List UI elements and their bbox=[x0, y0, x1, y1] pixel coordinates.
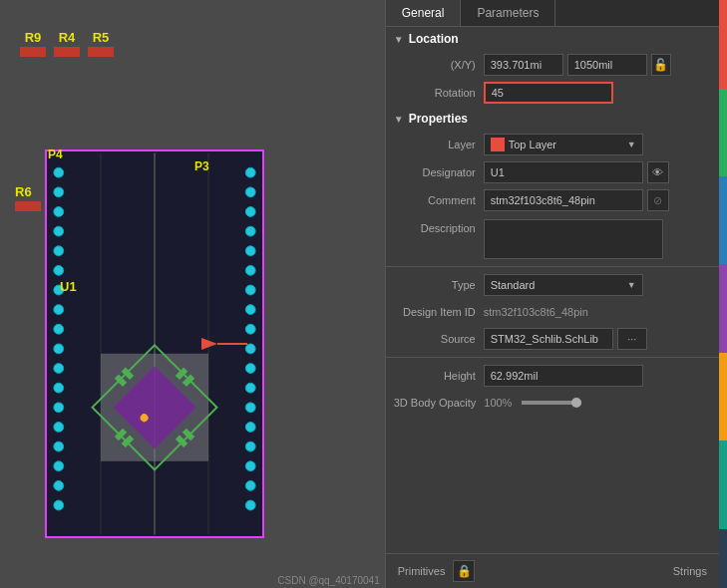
r6-rect bbox=[15, 201, 41, 211]
comment-eye-icon[interactable]: ⊘ bbox=[647, 189, 669, 211]
xy-value: 🔓 bbox=[484, 54, 711, 76]
canvas-area: R9 R4 R5 R6 bbox=[0, 0, 385, 588]
designator-eye-icon[interactable]: 👁 bbox=[647, 161, 669, 183]
r9-rect bbox=[20, 47, 46, 57]
type-dropdown-text: Standard bbox=[491, 279, 536, 291]
svg-point-10 bbox=[54, 305, 64, 315]
type-dropdown[interactable]: Standard ▼ bbox=[484, 274, 643, 296]
r4-rect bbox=[54, 47, 80, 57]
height-label: Height bbox=[394, 370, 484, 382]
tabs-bar: General Parameters bbox=[386, 0, 719, 27]
svg-point-8 bbox=[54, 265, 64, 275]
svg-point-30 bbox=[245, 344, 255, 354]
rotation-input[interactable] bbox=[484, 82, 613, 104]
layer-row: Layer Top Layer ▼ bbox=[386, 131, 719, 158]
rotation-value bbox=[484, 82, 711, 104]
divider-2 bbox=[386, 357, 719, 358]
properties-section-label: Properties bbox=[409, 112, 468, 126]
svg-point-15 bbox=[54, 403, 64, 413]
svg-point-19 bbox=[54, 480, 64, 490]
y-input[interactable] bbox=[567, 54, 647, 76]
pcb-board bbox=[45, 149, 264, 538]
description-row: Description bbox=[386, 214, 719, 262]
location-section-header[interactable]: ▼ Location bbox=[386, 27, 719, 51]
r5-rect bbox=[88, 47, 114, 57]
opacity-slider[interactable] bbox=[522, 401, 581, 405]
slider-track bbox=[522, 401, 581, 405]
comment-label: Comment bbox=[394, 194, 484, 206]
properties-panel: ▼ Location (X/Y) 🔓 Rotation bbox=[386, 27, 719, 553]
comment-row: Comment ⊘ bbox=[386, 186, 719, 214]
svg-point-23 bbox=[245, 207, 255, 217]
svg-point-4 bbox=[54, 187, 64, 197]
svg-point-5 bbox=[54, 207, 64, 217]
slider-thumb bbox=[571, 398, 581, 408]
svg-point-37 bbox=[245, 480, 255, 490]
svg-point-18 bbox=[54, 461, 64, 471]
xy-row: (X/Y) 🔓 bbox=[386, 51, 719, 79]
height-input[interactable] bbox=[484, 365, 643, 387]
type-row: Type Standard ▼ bbox=[386, 271, 719, 299]
svg-point-36 bbox=[245, 461, 255, 471]
properties-triangle: ▼ bbox=[394, 114, 404, 125]
height-value bbox=[484, 365, 711, 387]
comment-input[interactable] bbox=[484, 189, 643, 211]
xy-label: (X/Y) bbox=[394, 59, 484, 71]
bottom-lock-icon[interactable]: 🔒 bbox=[453, 560, 475, 582]
p3-label: P3 bbox=[194, 159, 209, 173]
rotation-row: Rotation bbox=[386, 79, 719, 107]
svg-point-13 bbox=[54, 364, 64, 374]
color-bar bbox=[719, 0, 727, 588]
opacity-text: 100% bbox=[484, 397, 512, 409]
watermark: CSDN @qq_40170041 bbox=[277, 575, 379, 586]
layer-dropdown[interactable]: Top Layer ▼ bbox=[484, 134, 643, 155]
design-item-id-text: stm32f103c8t6_48pin bbox=[484, 306, 588, 318]
designator-label: Designator bbox=[394, 166, 484, 178]
layer-dropdown-arrow: ▼ bbox=[627, 140, 636, 149]
tab-general[interactable]: General bbox=[386, 0, 462, 26]
layer-dropdown-text: Top Layer bbox=[509, 139, 556, 150]
location-section-label: Location bbox=[409, 32, 459, 46]
top-labels: R9 R4 R5 bbox=[20, 30, 114, 57]
opacity-row: 3D Body Opacity 100% bbox=[386, 390, 719, 416]
designator-input[interactable] bbox=[484, 161, 643, 183]
x-input[interactable] bbox=[484, 54, 563, 76]
r5-group: R5 bbox=[88, 30, 114, 57]
source-dots-button[interactable]: ··· bbox=[617, 328, 647, 350]
source-value: ··· bbox=[484, 328, 711, 350]
comment-value: ⊘ bbox=[484, 189, 711, 211]
svg-point-27 bbox=[245, 285, 255, 295]
r6-label: R6 bbox=[15, 184, 32, 199]
svg-point-26 bbox=[245, 265, 255, 275]
p4-label: P4 bbox=[48, 147, 63, 161]
description-textarea[interactable] bbox=[484, 219, 663, 259]
svg-point-33 bbox=[245, 403, 255, 413]
type-dropdown-arrow: ▼ bbox=[627, 280, 636, 290]
layer-swatch bbox=[491, 138, 505, 151]
svg-point-22 bbox=[245, 187, 255, 197]
r9-group: R9 bbox=[20, 30, 46, 57]
svg-point-3 bbox=[54, 167, 64, 177]
r4-label: R4 bbox=[59, 30, 76, 45]
svg-point-7 bbox=[54, 246, 64, 256]
designator-row: Designator 👁 bbox=[386, 158, 719, 186]
svg-point-14 bbox=[54, 383, 64, 393]
properties-section-header[interactable]: ▼ Properties bbox=[386, 107, 719, 131]
xy-lock-icon[interactable]: 🔓 bbox=[651, 54, 671, 76]
location-triangle: ▼ bbox=[394, 34, 404, 45]
source-input[interactable] bbox=[484, 328, 613, 350]
description-label: Description bbox=[394, 219, 484, 234]
design-item-id-value: stm32f103c8t6_48pin bbox=[484, 306, 711, 318]
svg-point-6 bbox=[54, 226, 64, 236]
r6-group: R6 bbox=[15, 184, 41, 211]
rotation-label: Rotation bbox=[394, 87, 484, 99]
opacity-label: 3D Body Opacity bbox=[394, 397, 485, 409]
svg-point-17 bbox=[54, 441, 64, 451]
tab-parameters[interactable]: Parameters bbox=[461, 0, 555, 26]
layer-label: Layer bbox=[394, 139, 484, 150]
source-row: Source ··· bbox=[386, 325, 719, 353]
layer-value: Top Layer ▼ bbox=[484, 134, 711, 155]
svg-point-21 bbox=[245, 167, 255, 177]
svg-point-32 bbox=[245, 383, 255, 393]
right-panel: General Parameters ▼ Location (X/Y) 🔓 bbox=[385, 0, 719, 588]
